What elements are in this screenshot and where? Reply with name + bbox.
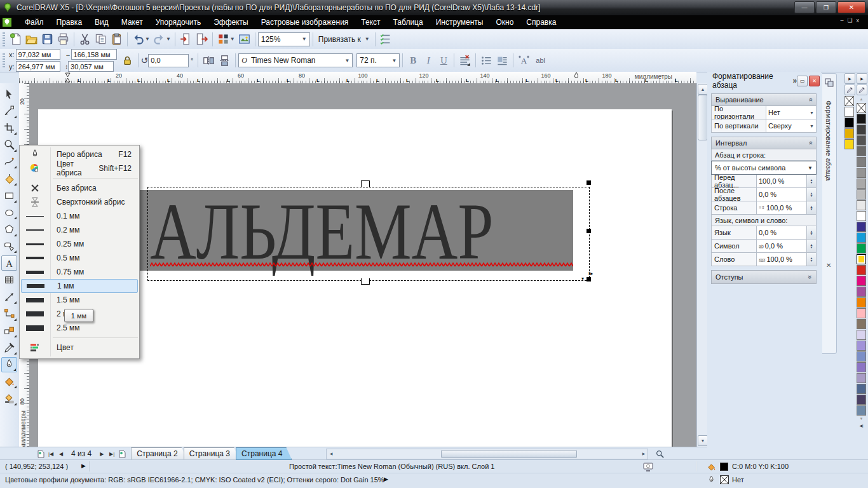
tab-stop-marker[interactable]: L [227,78,230,83]
menu-item-Сверхтонкий абрис[interactable]: Сверхтонкий абрис [21,195,138,209]
edit-text-button[interactable]: abl [536,57,545,64]
menu-item-0.5 мм[interactable]: 0.5 мм [21,251,138,265]
scroll-up-icon[interactable]: ▲ [698,84,708,95]
docker-tab-close-icon[interactable]: ✕ [826,262,831,269]
menu-item-0.75 мм[interactable]: 0.75 мм [21,265,138,279]
color-proof-monitor-icon[interactable] [643,463,653,471]
menu-Окно[interactable]: Окно [489,16,520,29]
page-tab-Страница 2[interactable]: Страница 2 [131,447,187,460]
vertical-align-select[interactable]: Сверху▼ [766,119,816,132]
color-swatch[interactable] [857,384,866,394]
cut-icon[interactable] [77,31,93,47]
menu-Упорядочить[interactable]: Упорядочить [149,16,207,29]
next-page-icon[interactable]: ▶ [97,449,107,459]
eyedropper-icon[interactable] [857,85,867,95]
italic-button[interactable]: I [421,53,436,68]
spinner[interactable]: ▲▼ [806,188,816,201]
tab-stop-marker[interactable]: L [466,78,469,83]
color-swatch[interactable] [857,297,866,308]
color-swatch[interactable] [857,330,866,340]
palette-flyout-icon[interactable]: ▶ [857,73,867,84]
underline-button[interactable]: U [436,53,451,68]
color-swatch[interactable] [857,243,866,254]
y-position-field[interactable]: 264,977 мм [16,61,60,72]
text-flow-icon[interactable]: ‖▸ [588,271,593,276]
bulleted-list-button[interactable] [478,53,494,69]
scroll-right-icon[interactable]: ▶ [639,450,648,457]
spacing-mode-select[interactable]: % от высоты символа▼ [711,161,817,175]
palette-scroll-up-icon[interactable]: ▲ [857,96,866,102]
word-field[interactable]: x͟x͟x100,0 % [757,253,806,266]
tab-stop-marker[interactable]: L [197,78,200,83]
redo-icon[interactable] [151,31,167,47]
color-swatch[interactable] [844,107,854,117]
app-launcher-icon[interactable] [215,31,231,47]
add-page-icon[interactable] [36,449,46,459]
spinner[interactable]: ▲▼ [806,175,816,187]
color-swatch[interactable] [857,405,866,416]
object-height-field[interactable]: 30,057 мм [68,61,114,72]
flyout-arrow-icon[interactable]: ▶ [81,463,86,469]
color-swatch[interactable] [857,211,866,221]
options-icon[interactable] [378,31,394,47]
tab-stop-marker[interactable]: L [137,78,140,83]
tab-stop-marker[interactable]: L [615,78,618,83]
spinner[interactable]: ▲▼ [806,240,816,252]
color-swatch[interactable] [857,146,866,156]
menu-Правка[interactable]: Правка [50,16,89,29]
docker-collapse-chevron[interactable]: » [793,76,797,85]
docker-close-button[interactable]: ✕ [809,76,820,86]
selection-handle-middle-right[interactable] [587,229,591,233]
character-field[interactable]: a͟b0,0 % [757,240,806,252]
character-formatting-button[interactable]: A [516,53,532,69]
tab-stop-marker[interactable]: L [406,78,409,83]
eyedropper-icon[interactable] [844,85,855,95]
menu-item-Цвет[interactable]: Цвет [21,341,138,355]
tab-stop-marker[interactable]: L [316,78,320,83]
color-swatch[interactable] [857,135,866,146]
color-swatch[interactable] [857,341,866,351]
menu-Макет[interactable]: Макет [115,16,149,29]
crop-tool[interactable] [1,120,17,135]
menu-Вид[interactable]: Вид [88,16,115,29]
menu-item-0.1 мм[interactable]: 0.1 мм [21,209,138,223]
color-swatch[interactable] [857,351,866,362]
color-swatch[interactable] [857,373,866,383]
docker-tab[interactable]: Форматирование абзаца ✕ [822,73,837,354]
tab-stop-marker[interactable]: L [107,78,111,83]
bold-button[interactable]: B [405,53,421,68]
toolbar-grip[interactable] [3,32,5,46]
outline-pen-tool[interactable] [1,357,17,372]
tab-stop-marker[interactable]: L [555,78,559,83]
menu-item-0.2 мм[interactable]: 0.2 мм [21,223,138,237]
copy-icon[interactable] [93,31,109,47]
x-position-field[interactable]: 97,032 мм [16,49,60,60]
rotation-angle-field[interactable]: 0,0 [148,54,189,67]
rectangle-tool[interactable] [1,188,17,203]
before-paragraph-field[interactable]: 100,0 % [757,175,806,187]
tab-stop-marker[interactable]: L [257,78,260,83]
first-page-icon[interactable]: |◀ [46,449,56,459]
menu-item-0.25 мм[interactable]: 0.25 мм [21,237,138,251]
scroll-down-icon[interactable]: ▼ [698,435,708,446]
selection-handle-bottom-right[interactable] [587,277,591,281]
text-frame-handle-bottom[interactable] [361,278,370,285]
save-icon[interactable] [39,31,55,47]
palette-expand-icon[interactable]: ◀| [857,422,866,428]
drop-cap-button[interactable] [494,53,510,69]
font-family-combo[interactable]: O Times New Roman ▼ [238,53,353,67]
color-swatch[interactable] [857,103,866,113]
open-folder-icon[interactable] [24,31,39,47]
color-swatch[interactable] [857,222,866,232]
tab-stop-marker[interactable]: L [675,78,678,83]
interactive-fill-tool[interactable] [1,391,17,406]
color-swatch[interactable] [857,179,866,189]
minimize-button[interactable]: — [794,1,815,13]
docker-minimize-button[interactable]: ▭ [797,76,808,86]
tab-stop-marker[interactable]: L [167,78,170,83]
dimension-tool[interactable] [1,289,17,304]
restore-button[interactable]: ❐ [816,1,836,13]
add-page-icon[interactable] [117,449,127,459]
chevron-down-icon[interactable]: ▼ [145,36,150,42]
ellipse-tool[interactable] [1,205,17,220]
